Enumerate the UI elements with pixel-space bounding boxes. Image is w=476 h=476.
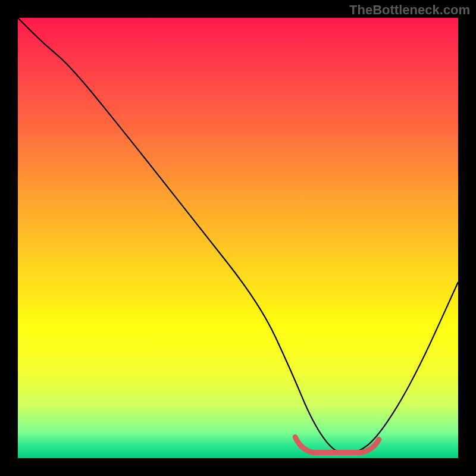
watermark-text: TheBottleneck.com bbox=[349, 2, 470, 18]
optimal-range-highlight bbox=[295, 437, 379, 453]
chart-plot-area bbox=[18, 18, 458, 458]
bottleneck-curve bbox=[18, 18, 458, 454]
chart-svg bbox=[18, 18, 458, 458]
